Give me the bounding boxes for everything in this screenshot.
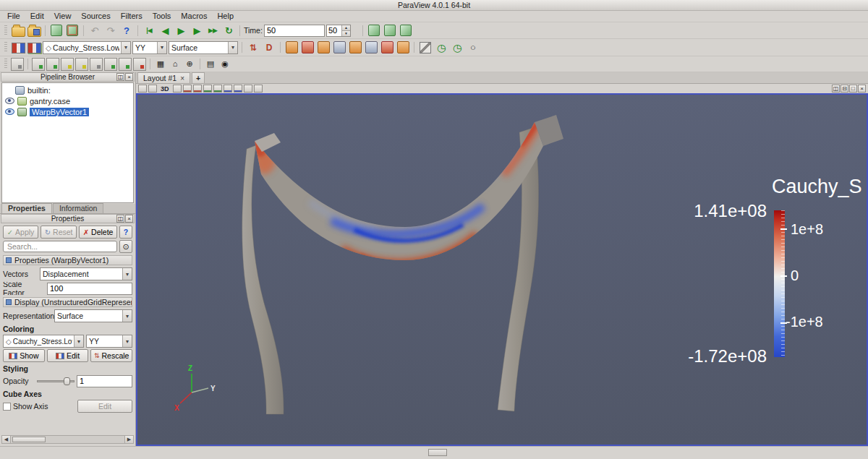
menu-edit[interactable]: Edit: [25, 11, 49, 22]
previous-frame-icon[interactable]: ◀: [158, 23, 172, 38]
show-colorbar-button[interactable]: Show: [3, 349, 45, 362]
save-data-icon[interactable]: [27, 27, 41, 37]
find-data-icon[interactable]: ○: [466, 40, 480, 55]
rescale-button[interactable]: ⇅Rescale: [90, 349, 132, 362]
toolbar-grip[interactable]: [4, 42, 7, 53]
dropdown-arrow-icon[interactable]: ▾: [122, 268, 132, 280]
frame-spin-buttons[interactable]: ▲▼: [341, 25, 350, 36]
undock-icon[interactable]: ◫: [116, 73, 124, 81]
menu-file[interactable]: File: [2, 11, 25, 22]
edit-colormap-icon[interactable]: [27, 43, 41, 53]
pipeline-item-label[interactable]: gantry.case: [30, 97, 70, 106]
disconnect-server-icon[interactable]: [67, 25, 78, 36]
toolbar-grip[interactable]: [4, 25, 7, 36]
opacity-input[interactable]: [77, 375, 132, 387]
rotate-ccw-icon[interactable]: [244, 85, 252, 93]
scale-factor-input[interactable]: [47, 283, 132, 295]
dropdown-arrow-icon[interactable]: ▾: [74, 335, 83, 347]
coloring-array-combo[interactable]: ◇ Cauchy_Stress.Lower ▾: [3, 335, 84, 348]
scroll-left-icon[interactable]: ◀: [2, 436, 11, 443]
probe-location-icon[interactable]: ◉: [218, 58, 231, 71]
vectors-combo[interactable]: Displacement ▾: [40, 267, 132, 280]
pick-center-icon[interactable]: [384, 25, 396, 36]
reset-center-icon[interactable]: [400, 25, 412, 36]
menu-view[interactable]: View: [49, 11, 77, 22]
select-cells-through-icon[interactable]: [61, 58, 74, 71]
maximize-view-icon[interactable]: □: [849, 85, 857, 93]
menu-macros[interactable]: Macros: [176, 11, 212, 22]
settings-wrench-icon[interactable]: [420, 42, 431, 53]
close-view-icon[interactable]: ×: [858, 85, 866, 93]
set-view-minus-z-icon[interactable]: [234, 85, 242, 93]
loop-icon[interactable]: ↻: [221, 23, 236, 38]
scroll-right-icon[interactable]: ▶: [124, 436, 133, 443]
slice-icon[interactable]: [333, 41, 346, 53]
tab-properties[interactable]: Properties: [1, 203, 52, 213]
export-view-icon[interactable]: [138, 85, 147, 93]
representation-combo[interactable]: Surface ▾: [169, 41, 238, 54]
menu-sources[interactable]: Sources: [76, 11, 115, 22]
spreadsheet-view-icon[interactable]: [11, 58, 24, 71]
pipeline-item-label[interactable]: builtin:: [27, 86, 51, 95]
search-input[interactable]: [3, 241, 117, 252]
set-rotation-center-icon[interactable]: ⊕: [183, 58, 196, 71]
select-points-through-icon[interactable]: [75, 58, 88, 71]
select-block-icon[interactable]: [90, 58, 103, 71]
opacity-slider[interactable]: [37, 375, 75, 387]
dropdown-arrow-icon[interactable]: ▾: [228, 42, 237, 53]
section-properties[interactable]: Properties (WarpByVector1): [3, 255, 132, 265]
split-horizontal-icon[interactable]: ◫: [832, 85, 840, 93]
menu-filters[interactable]: Filters: [116, 11, 148, 22]
delete-button[interactable]: ✗Delete: [79, 226, 117, 239]
undock-icon[interactable]: ◫: [116, 215, 124, 223]
edit-colormap-button[interactable]: Edit: [47, 349, 89, 362]
properties-hscrollbar[interactable]: ◀ ▶: [1, 435, 134, 444]
cube-axes-edit-button[interactable]: Edit: [77, 400, 132, 413]
redo-icon[interactable]: ↷: [103, 23, 118, 38]
select-points-on-icon[interactable]: [46, 58, 59, 71]
extract-subset-icon[interactable]: [365, 41, 378, 53]
rescale-custom-icon[interactable]: D: [262, 40, 276, 55]
clip-icon[interactable]: [318, 41, 330, 53]
close-layout-icon[interactable]: ×: [180, 74, 184, 82]
set-view-plus-y-icon[interactable]: [203, 85, 212, 93]
color-legend-icon[interactable]: [12, 43, 25, 53]
threshold-icon[interactable]: [349, 41, 362, 53]
close-icon[interactable]: ×: [125, 215, 133, 223]
toolbar-grip[interactable]: [4, 59, 7, 69]
contour-icon[interactable]: [302, 41, 314, 53]
show-axis-checkbox[interactable]: [3, 403, 11, 411]
set-view-minus-y-icon[interactable]: [213, 85, 222, 93]
select-cells-on-icon[interactable]: [32, 58, 45, 71]
dropdown-arrow-icon[interactable]: ▾: [157, 42, 166, 53]
reset-button[interactable]: ↻Reset: [41, 226, 77, 239]
rotate-cw-icon[interactable]: [254, 85, 263, 93]
visibility-eye-icon[interactable]: [5, 98, 14, 104]
pipeline-item-gantry[interactable]: gantry.case: [2, 95, 133, 106]
component-combo[interactable]: YY ▾: [132, 41, 167, 54]
color-array-combo[interactable]: ◇ Cauchy_Stress.Lower ▾: [43, 41, 131, 54]
menu-help[interactable]: Help: [212, 11, 239, 22]
temporal-interpolate-icon[interactable]: ◷: [434, 40, 448, 55]
interactive-select-cells-icon[interactable]: [104, 58, 117, 71]
last-frame-icon[interactable]: ▶▶: [205, 23, 220, 38]
open-file-icon[interactable]: [12, 27, 25, 37]
connect-server-icon[interactable]: [51, 25, 62, 36]
pipeline-item-label[interactable]: WarpByVector1: [30, 108, 89, 116]
visibility-eye-icon[interactable]: [5, 108, 14, 115]
glyph-filter-icon[interactable]: [381, 41, 393, 53]
set-view-plus-z-icon[interactable]: [224, 85, 232, 93]
layout-tab[interactable]: Layout #1 ×: [137, 72, 190, 83]
apply-button[interactable]: ✓Apply: [3, 226, 38, 239]
annotate-time-icon[interactable]: ◷: [450, 40, 464, 55]
warp-filter-icon[interactable]: [397, 41, 409, 53]
tab-information[interactable]: Information: [53, 203, 104, 213]
set-view-plus-x-icon[interactable]: [183, 85, 192, 93]
dropdown-arrow-icon[interactable]: ▾: [122, 335, 132, 347]
frame-input[interactable]: [327, 25, 341, 36]
close-icon[interactable]: ×: [125, 73, 133, 81]
frame-spinbox[interactable]: ▲▼: [326, 25, 351, 37]
representation-combo-panel[interactable]: Surface ▾: [54, 309, 132, 322]
dropdown-arrow-icon[interactable]: ▾: [122, 310, 132, 322]
pipeline-item-warpbyvector[interactable]: WarpByVector1: [2, 106, 133, 117]
